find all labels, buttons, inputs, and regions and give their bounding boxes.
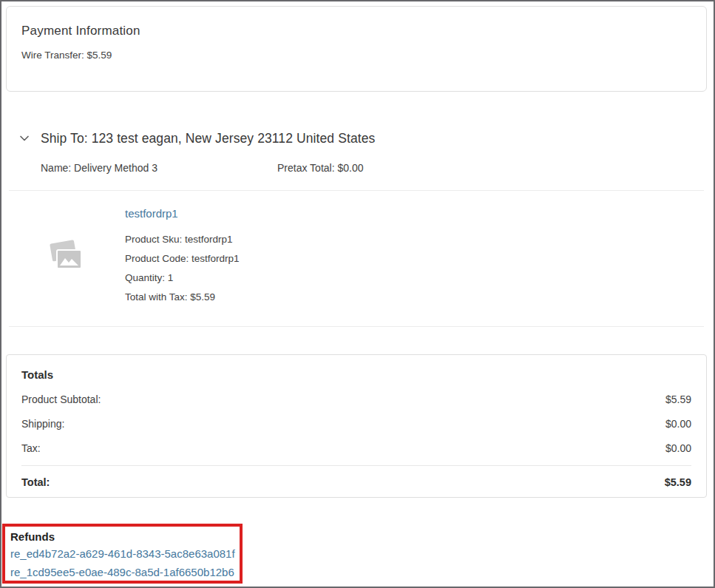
ship-to-address: Ship To: 123 test eagan, New Jersey 2311…	[41, 131, 375, 146]
refund-id-link[interactable]: re_1cd95ee5-e0ae-489c-8a5d-1af6650b12b6	[10, 563, 240, 581]
product-code: Product Code: testfordrp1	[125, 249, 707, 268]
product-title-link[interactable]: testfordrp1	[125, 207, 178, 220]
product-total-with-tax: Total with Tax: $5.59	[125, 288, 707, 307]
delivery-method-name: Name: Delivery Method 3	[41, 162, 157, 174]
refunds-section-highlight: Refunds re_ed4b72a2-a629-461d-8343-5ac8e…	[2, 524, 243, 584]
shipping-value: $0.00	[665, 418, 691, 430]
broken-image-icon	[46, 238, 86, 278]
refund-id-link[interactable]: re_ed4b72a2-a629-461d-8343-5ac8e63a081f	[10, 544, 240, 563]
product-details: testfordrp1 Product Sku: testfordrp1 Pro…	[125, 201, 707, 307]
payment-information-card: Payment Information Wire Transfer: $5.59	[6, 6, 707, 92]
product-quantity: Quantity: 1	[125, 268, 707, 288]
product-row: testfordrp1 Product Sku: testfordrp1 Pro…	[6, 191, 707, 307]
product-thumbnail	[6, 201, 125, 307]
payment-method-amount: Wire Transfer: $5.59	[21, 50, 691, 61]
payment-information-title: Payment Information	[21, 24, 691, 38]
grand-total-value: $5.59	[665, 476, 691, 488]
subtotal-value: $5.59	[665, 393, 691, 405]
totals-card: Totals Product Subtotal: $5.59 Shipping:…	[6, 354, 707, 498]
shipment-collapse-header[interactable]: Ship To: 123 test eagan, New Jersey 2311…	[6, 129, 707, 148]
chevron-down-icon[interactable]	[16, 130, 33, 146]
shipping-label: Shipping:	[21, 418, 64, 430]
shipment-meta-row: Name: Delivery Method 3 Pretax Total: $0…	[6, 162, 707, 175]
grand-total-row: Total: $5.59	[21, 476, 691, 488]
table-row: Shipping: $0.00	[21, 418, 691, 430]
tax-label: Tax:	[21, 442, 41, 454]
pretax-total: Pretax Total: $0.00	[277, 162, 363, 174]
totals-divider	[21, 465, 691, 466]
grand-total-label: Total:	[21, 476, 50, 488]
order-details-page: Payment Information Wire Transfer: $5.59…	[0, 0, 715, 588]
refunds-title: Refunds	[10, 529, 240, 544]
subtotal-label: Product Subtotal:	[21, 393, 101, 405]
shipment-divider-bottom	[9, 326, 704, 327]
table-row: Product Subtotal: $5.59	[21, 393, 691, 405]
shipment-section: Ship To: 123 test eagan, New Jersey 2311…	[6, 129, 707, 327]
tax-value: $0.00	[665, 442, 691, 454]
product-sku: Product Sku: testfordrp1	[125, 230, 707, 249]
totals-title: Totals	[21, 368, 691, 381]
table-row: Tax: $0.00	[21, 442, 691, 454]
